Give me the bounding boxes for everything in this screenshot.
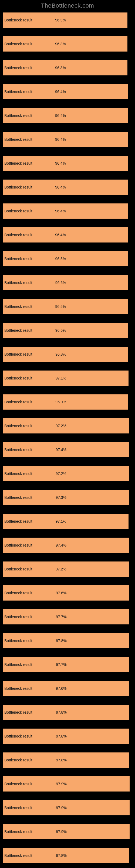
bottleneck-bar: Bottleneck result97.9%	[3, 824, 130, 839]
bar-label: Bottleneck result	[4, 280, 32, 285]
bottleneck-bar: Bottleneck result97.6%	[3, 681, 129, 696]
bar-label: Bottleneck result	[4, 233, 32, 237]
bottleneck-bar: Bottleneck result97.6%	[3, 585, 129, 600]
bar-label: Bottleneck result	[4, 567, 32, 571]
page-header: TheBottleneck.com	[0, 0, 135, 12]
bar-row: Bottleneck result96.4%	[3, 204, 132, 219]
bar-label: Bottleneck result	[4, 686, 32, 691]
bottleneck-bar: Bottleneck result96.6%	[3, 275, 128, 290]
bar-row: Bottleneck result97.6%	[3, 585, 132, 600]
bar-row: Bottleneck result97.1%	[3, 371, 132, 386]
bar-label: Bottleneck result	[4, 471, 32, 476]
bar-label: Bottleneck result	[4, 90, 32, 94]
bar-row: Bottleneck result97.8%	[3, 752, 132, 768]
bottleneck-bar: Bottleneck result97.2%	[3, 561, 129, 577]
bar-row: Bottleneck result96.4%	[3, 108, 132, 123]
bar-value: 96.4%	[55, 161, 66, 165]
bar-row: Bottleneck result97.9%	[3, 776, 132, 792]
bar-row: Bottleneck result96.4%	[3, 132, 132, 147]
bar-value: 97.9%	[56, 806, 67, 810]
bottleneck-chart: Bottleneck result96.3%Bottleneck result9…	[0, 12, 135, 863]
bottleneck-bar: Bottleneck result96.3%	[3, 60, 127, 75]
bar-label: Bottleneck result	[4, 806, 32, 810]
bar-label: Bottleneck result	[4, 42, 32, 46]
bottleneck-bar: Bottleneck result97.7%	[3, 609, 129, 624]
bar-value: 96.9%	[55, 400, 66, 404]
bar-label: Bottleneck result	[4, 591, 32, 595]
bar-row: Bottleneck result97.2%	[3, 561, 132, 577]
bar-value: 97.7%	[56, 615, 67, 619]
bar-value: 97.1%	[56, 376, 66, 380]
bottleneck-bar: Bottleneck result97.8%	[3, 705, 129, 720]
bottleneck-bar: Bottleneck result96.4%	[3, 180, 128, 195]
bar-row: Bottleneck result97.7%	[3, 657, 132, 672]
bar-value: 96.4%	[55, 90, 66, 94]
bar-row: Bottleneck result97.9%	[3, 800, 132, 815]
bar-row: Bottleneck result96.6%	[3, 275, 132, 290]
bottleneck-bar: Bottleneck result96.3%	[3, 12, 127, 28]
bottleneck-bar: Bottleneck result97.1%	[3, 514, 129, 529]
bar-row: Bottleneck result96.4%	[3, 180, 132, 195]
bar-value: 96.6%	[55, 280, 66, 285]
bar-value: 97.8%	[56, 639, 67, 643]
bar-label: Bottleneck result	[4, 66, 32, 70]
bottleneck-bar: Bottleneck result96.4%	[3, 108, 128, 123]
bottleneck-bar: Bottleneck result96.3%	[3, 36, 127, 52]
bar-label: Bottleneck result	[4, 854, 32, 858]
bar-label: Bottleneck result	[4, 519, 32, 524]
bottleneck-bar: Bottleneck result96.4%	[3, 156, 128, 171]
bottleneck-bar: Bottleneck result97.3%	[3, 490, 129, 505]
bar-label: Bottleneck result	[4, 758, 32, 762]
bar-value: 97.8%	[56, 854, 67, 858]
bar-value: 96.4%	[55, 233, 66, 237]
bar-row: Bottleneck result97.1%	[3, 514, 132, 529]
bar-row: Bottleneck result96.4%	[3, 227, 132, 243]
bottleneck-bar: Bottleneck result97.1%	[3, 371, 129, 386]
bar-value: 97.9%	[56, 830, 67, 834]
bottleneck-bar: Bottleneck result97.8%	[3, 848, 129, 863]
bar-value: 96.3%	[55, 42, 66, 46]
bottleneck-bar: Bottleneck result97.8%	[3, 633, 129, 648]
bar-row: Bottleneck result97.6%	[3, 681, 132, 696]
bar-row: Bottleneck result96.3%	[3, 60, 132, 75]
bar-label: Bottleneck result	[4, 424, 32, 428]
bottleneck-bar: Bottleneck result97.9%	[3, 800, 130, 815]
bar-value: 96.3%	[55, 18, 66, 22]
bar-label: Bottleneck result	[4, 137, 32, 142]
bar-label: Bottleneck result	[4, 328, 32, 333]
bar-value: 97.2%	[56, 471, 66, 476]
bar-value: 97.2%	[56, 567, 66, 571]
bar-value: 96.8%	[55, 352, 66, 356]
bar-value: 96.4%	[55, 137, 66, 142]
bar-value: 97.8%	[56, 758, 67, 762]
bar-label: Bottleneck result	[4, 639, 32, 643]
bar-label: Bottleneck result	[4, 376, 32, 380]
bottleneck-bar: Bottleneck result96.5%	[3, 299, 128, 314]
bar-label: Bottleneck result	[4, 615, 32, 619]
bar-label: Bottleneck result	[4, 352, 32, 356]
bar-row: Bottleneck result97.9%	[3, 824, 132, 839]
bar-row: Bottleneck result96.4%	[3, 84, 132, 99]
bottleneck-bar: Bottleneck result97.9%	[3, 776, 130, 792]
bar-label: Bottleneck result	[4, 209, 32, 213]
bottleneck-bar: Bottleneck result96.4%	[3, 204, 128, 219]
bar-label: Bottleneck result	[4, 447, 32, 452]
bottleneck-bar: Bottleneck result97.4%	[3, 442, 129, 457]
bar-row: Bottleneck result97.2%	[3, 466, 132, 481]
bottleneck-bar: Bottleneck result96.5%	[3, 251, 128, 267]
bottleneck-bar: Bottleneck result96.4%	[3, 132, 128, 147]
bar-label: Bottleneck result	[4, 710, 32, 714]
bar-value: 96.4%	[55, 113, 66, 118]
bar-value: 96.4%	[55, 209, 66, 213]
bar-label: Bottleneck result	[4, 113, 32, 118]
bar-value: 96.5%	[55, 304, 66, 309]
bar-label: Bottleneck result	[4, 543, 32, 547]
bar-row: Bottleneck result96.5%	[3, 251, 132, 267]
bar-row: Bottleneck result97.3%	[3, 490, 132, 505]
bar-value: 97.7%	[56, 662, 67, 667]
bar-row: Bottleneck result96.6%	[3, 323, 132, 338]
bar-row: Bottleneck result96.9%	[3, 394, 132, 410]
bar-row: Bottleneck result96.3%	[3, 12, 132, 28]
bar-value: 96.4%	[55, 185, 66, 189]
bar-label: Bottleneck result	[4, 185, 32, 189]
